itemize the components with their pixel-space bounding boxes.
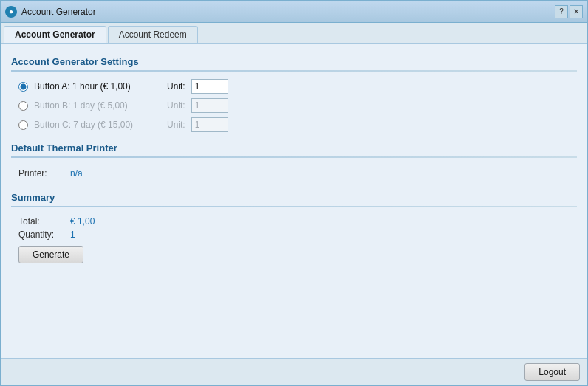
button-b-row: Button B: 1 day (€ 5,00) Unit: [11, 98, 577, 113]
generate-button[interactable]: Generate [18, 246, 83, 263]
quantity-label: Quantity: [18, 230, 70, 240]
title-bar: ● Account Generator ? ✕ [1, 1, 587, 23]
quantity-value: 1 [70, 230, 75, 240]
button-a-unit-input[interactable] [191, 79, 228, 94]
window-footer: Logout [1, 358, 587, 385]
tab-bar: Account Generator Account Redeem [1, 23, 587, 44]
title-bar-buttons: ? ✕ [555, 5, 583, 18]
tab-account-generator[interactable]: Account Generator [4, 26, 106, 43]
printer-row: Printer: n/a [11, 165, 577, 182]
printer-value: n/a [70, 168, 83, 179]
button-c-label: Button C: 7 day (€ 15,00) [34, 120, 167, 130]
total-value: € 1,00 [70, 216, 95, 227]
total-row: Total: € 1,00 [11, 215, 577, 228]
button-a-row: Button A: 1 hour (€ 1,00) Unit: [11, 79, 577, 94]
settings-section: Account Generator Settings Button A: 1 h… [11, 56, 577, 132]
window-title: Account Generator [21, 7, 555, 17]
button-c-unit-input [191, 117, 228, 132]
quantity-row: Quantity: 1 [11, 228, 577, 241]
button-b-unit-input [191, 98, 228, 113]
button-c-unit-label: Unit: [167, 120, 185, 130]
printer-header: Default Thermal Printer [11, 142, 577, 154]
summary-header: Summary [11, 192, 577, 203]
settings-divider [11, 70, 577, 72]
printer-divider [11, 156, 577, 158]
total-label: Total: [18, 216, 70, 227]
main-window: ● Account Generator ? ✕ Account Generato… [0, 0, 588, 386]
button-a-radio[interactable] [18, 82, 28, 92]
button-b-label: Button B: 1 day (€ 5,00) [34, 100, 167, 111]
button-a-label: Button A: 1 hour (€ 1,00) [34, 81, 167, 92]
settings-header: Account Generator Settings [11, 56, 577, 67]
printer-section: Default Thermal Printer Printer: n/a [11, 142, 577, 182]
close-button[interactable]: ✕ [570, 5, 583, 18]
logout-button[interactable]: Logout [524, 363, 580, 381]
app-icon: ● [5, 6, 17, 18]
button-c-radio[interactable] [18, 120, 28, 130]
summary-section: Summary Total: € 1,00 Quantity: 1 Genera… [11, 192, 577, 268]
button-b-unit-label: Unit: [167, 100, 185, 111]
printer-label: Printer: [18, 168, 70, 179]
main-content: Account Generator Settings Button A: 1 h… [1, 44, 587, 358]
button-c-row: Button C: 7 day (€ 15,00) Unit: [11, 117, 577, 132]
button-a-unit-label: Unit: [167, 81, 185, 92]
tab-account-redeem[interactable]: Account Redeem [108, 26, 198, 43]
button-b-radio[interactable] [18, 101, 28, 111]
help-button[interactable]: ? [555, 5, 568, 18]
summary-divider [11, 206, 577, 207]
